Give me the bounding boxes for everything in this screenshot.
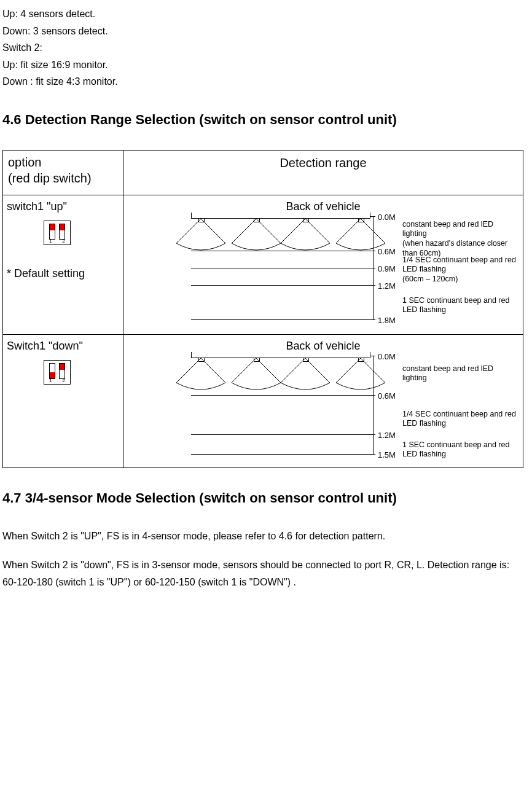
diagram-cell: Back of vehicle 0.0M 0.6M	[123, 195, 523, 334]
tick	[370, 356, 375, 356]
intro-block: Up: 4 sensors detect. Down: 3 sensors de…	[2, 6, 530, 90]
diagram-cell: Back of vehicle 0.0M 0.6M 1.2M 1.5M	[123, 334, 523, 467]
intro-line: Down : fit size 4:3 monitor.	[2, 74, 530, 90]
table-row: switch1 "up" 12 * Default setting Back o…	[3, 195, 523, 334]
intro-line: Up: 4 sensors detect.	[2, 6, 530, 22]
intro-line: Up: fit size 16:9 monitor.	[2, 57, 530, 73]
switch-label: Switch1 "down"	[7, 337, 119, 355]
section-4-6-title: 4.6 Detection Range Selection (switch on…	[2, 107, 530, 133]
section-4-7-body: When Switch 2 is "UP", FS is in 4-sensor…	[2, 528, 530, 590]
range-note: 1 SEC continuant beep and red LED flashi…	[402, 440, 518, 460]
range-note: constant beep and red lED lighting	[402, 364, 518, 383]
dip-switch-icon: 12	[44, 221, 71, 245]
dip-switch-icon: 12	[44, 360, 71, 385]
paragraph: When Switch 2 is "UP", FS is in 4-sensor…	[2, 528, 530, 544]
tick	[370, 216, 375, 217]
option-cell: switch1 "up" 12 * Default setting	[3, 195, 123, 334]
range-line	[191, 434, 375, 435]
range-note: 1/4 SEC continuant beep and red LED flas…	[402, 410, 518, 429]
range-note: 1 SEC continuant beep and red LED flashi…	[402, 296, 518, 315]
header-range: Detection range	[123, 150, 523, 195]
range-note: constant beep and red lED lighting (when…	[402, 220, 518, 259]
paragraph: When Switch 2 is "down", FS is in 3-sens…	[2, 557, 530, 573]
sensor-fan-icon	[275, 214, 336, 251]
range-note: 1/4 SEC continuant beep and red LED flas…	[402, 256, 518, 284]
distance-label: 1.2M	[378, 429, 396, 442]
paragraph: 60-120-180 (switch 1 is "UP") or 60-120-…	[2, 574, 530, 590]
distance-label: 1.2M	[378, 280, 396, 293]
range-line	[191, 251, 375, 251]
distance-label: 0.9M	[378, 263, 396, 276]
range-line	[191, 454, 375, 455]
range-line	[191, 319, 375, 320]
range-line	[191, 285, 375, 286]
sensor-fan-icon	[275, 353, 336, 390]
detection-diagram: Back of vehicle 0.0M 0.6M 1.2M 1.5M	[127, 337, 519, 465]
distance-label: 0.0M	[378, 351, 396, 364]
detection-range-table: option (red dip switch) Detection range …	[2, 150, 523, 468]
intro-line: Switch 2:	[2, 40, 530, 56]
switch-label: switch1 "up"	[7, 198, 119, 216]
sensor-fan-icon	[170, 353, 232, 390]
distance-label: 0.6M	[378, 246, 396, 259]
range-line	[191, 395, 375, 396]
distance-label: 1.5M	[378, 449, 396, 462]
default-note: * Default setting	[7, 265, 119, 283]
sensor-fan-icon	[170, 214, 232, 251]
header-option: option (red dip switch)	[3, 150, 123, 195]
range-line	[191, 268, 375, 268]
intro-line: Down: 3 sensors detect.	[2, 23, 530, 39]
table-row: Switch1 "down" 12 Back of vehicle	[3, 334, 523, 467]
option-cell: Switch1 "down" 12	[3, 334, 123, 467]
tick-axis	[373, 356, 374, 454]
distance-label: 0.6M	[378, 390, 396, 403]
detection-diagram: Back of vehicle 0.0M 0.6M	[127, 198, 519, 332]
distance-label: 1.8M	[378, 315, 396, 327]
section-4-7-title: 4.7 3/4-sensor Mode Selection (switch on…	[2, 485, 530, 511]
distance-label: 0.0M	[378, 211, 396, 224]
